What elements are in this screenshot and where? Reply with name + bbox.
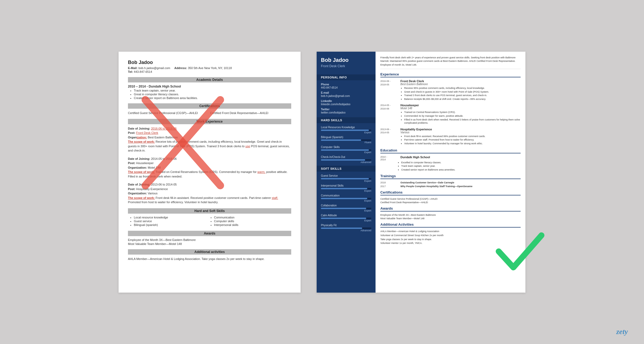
skill-name-3: Check-In/Check-Out — [321, 156, 371, 158]
activities-header: Additional activities — [128, 249, 291, 255]
skill-bar-bg-1 — [321, 139, 371, 141]
academic-header: Academic Details — [128, 77, 291, 82]
hard-skill-1: Bilingual (Spanish) Fluent — [317, 135, 376, 144]
hard-skill-3: Check-In/Check-Out Advanced — [317, 154, 376, 164]
skills-header: Hard and Soft Skills — [128, 208, 291, 214]
exp-bullet: Balance receipts $6,000–$9,000 at shift … — [404, 97, 521, 101]
exp-bullets-1: Trained on Central Reservations System (… — [404, 111, 521, 124]
soft-skill-2: Communication Expert — [317, 193, 376, 202]
work-block-3: Date of Joining: 2013-06 to 2014-05 Post… — [128, 182, 291, 205]
phone-label: Phone — [317, 82, 376, 86]
skill-name-1: Bilingual (Spanish) — [321, 136, 371, 139]
training-text-1: Why People Complain Hospitality Staff Tr… — [400, 185, 472, 188]
work-post-1: Post: Front Desk Clerk — [128, 131, 291, 135]
left-email: bob.h.jadoo@gmail.com — [138, 66, 170, 70]
cert-item-2: Certified Front Desk Representative—AHLE… — [210, 111, 291, 115]
soft-skill-level-2: Expert — [321, 199, 371, 202]
cert-header: Certifications — [128, 103, 291, 109]
work-block-2: Date of Joining: 2014-05 to 2016-06 Post… — [128, 157, 291, 179]
work-date-1: Date of Joining: 2016-06 to 2018-05 — [128, 126, 291, 131]
work-post-2: Post: Housekeeper — [128, 161, 291, 165]
training-1: 2017Why People Complain Hospitality Staf… — [380, 185, 521, 188]
soft-skill-name-2: Communication — [321, 194, 371, 197]
soft-skill-name-5: Physically Fit — [321, 224, 371, 227]
skills-list: Local resource knowledge Guest service B… — [134, 216, 291, 227]
soft-skill-bar-fill-1 — [321, 188, 367, 189]
edu-school-right: Dundalk High School — [400, 156, 430, 159]
skill-level-1: Fluent — [321, 141, 371, 144]
exp-company-1: Motel 148 — [400, 107, 521, 110]
address-label: Address: — [174, 66, 187, 70]
edu-bullets: Track team captain, senior year. Great i… — [134, 89, 291, 100]
twitter-value: twitter.com/bobjadoo — [317, 111, 376, 115]
training-year-1: 2017 — [380, 185, 398, 188]
check-mark — [493, 227, 547, 277]
exp-job-2: Hospitality Experience — [400, 128, 521, 131]
personal-info-title: Personal Info — [317, 74, 376, 80]
hard-skills-list: Local Resources Knowledge Expert Bilingu… — [317, 125, 376, 164]
work-scope-1: The scope of work: Receive lots of posit… — [128, 139, 291, 153]
edu-school: Dundalk High School — [149, 85, 181, 88]
skill-level-3: Advanced — [321, 161, 371, 164]
exp-date-2: 2013-06 - 2014-05 — [380, 128, 398, 146]
activities-block: AHLA Member—American Hotel & Lodging Ass… — [128, 257, 291, 261]
left-resume: Bob Jadoo E-Mail: bob.h.jadoo@gmail.com … — [119, 52, 301, 293]
soft-skill-bar-fill-3 — [321, 208, 366, 209]
skill-bar-fill-0 — [321, 130, 369, 131]
edu-block: 2010 - 2014 Dundalk High School Excelled… — [380, 156, 521, 172]
soft-skill-level-4: Expert — [321, 219, 371, 222]
resume-sidebar: Bob Jadoo Front Desk Clerk Personal Info… — [317, 52, 376, 293]
exp-bullet: Trained 3 front desk clerks to use POS t… — [404, 94, 521, 97]
left-name: Bob Jadoo — [128, 60, 291, 65]
exp-bullet: Filled in as front-desk clerk when neede… — [404, 118, 521, 125]
work-header: Work Experience — [128, 119, 291, 124]
work-org-3: Organization: Various — [128, 191, 291, 196]
awards-list: Employee of the Month 3X—Best Eastern Ba… — [380, 214, 521, 220]
left-address: 350 5th Ave New York, NY, 10118 — [188, 66, 232, 70]
edu-bullet-right-1: Track team captain, senior year. — [401, 164, 521, 168]
soft-skill-bar-bg-5 — [321, 228, 371, 229]
soft-skill-bar-bg-3 — [321, 208, 371, 209]
left-tel: 443-847-6514 — [134, 70, 152, 73]
exp-bullet: Volunteer in hotel laundry. Commended by… — [404, 142, 521, 145]
edu-bullets-right: Excelled in computer literacy classes.Tr… — [401, 161, 521, 172]
work-post-3: Post: Hospitality Exerperience — [128, 187, 291, 191]
exp-bullet: Commended 3x by manager for warm, positi… — [404, 114, 521, 118]
soft-skill-level-5: Advanced — [321, 229, 371, 232]
exp-company-0: Best Eastern Baltimore — [400, 83, 521, 86]
soft-skill-1: Interpersonal Skills Expert — [317, 183, 376, 192]
skill-3: Bilingual (spanish) — [134, 223, 211, 226]
exp-date-0: 2016-06 - 2018-05 — [380, 80, 398, 101]
right-name: Bob Jadoo — [317, 57, 376, 64]
phone-value: 443-847-6514 — [317, 86, 376, 90]
experience-title: Experience — [380, 72, 521, 77]
skill-5: Computer skills — [214, 220, 291, 223]
trainings-list: 2018Outstanding Customer Service—Dale Ca… — [380, 181, 521, 188]
soft-skill-bar-bg-4 — [321, 218, 371, 219]
soft-skills-title: Soft Skills — [317, 166, 376, 172]
soft-skill-level-3: Expert — [321, 209, 371, 212]
certifications-title: Certifications — [380, 190, 521, 195]
zety-logo: zety — [616, 327, 628, 336]
exp-date-1: 2014-05 - 2016-06 — [380, 104, 398, 125]
linkedin-value: linkedin.com/in/bobjadoo — [317, 103, 376, 107]
exp-bullet: Part-time caterer staff. Promoted from h… — [404, 138, 521, 142]
training-0: 2018Outstanding Customer Service—Dale Ca… — [380, 181, 521, 184]
exp-bullet: Greet and check-in guests in 300+ room h… — [404, 90, 521, 94]
exp-block-2: 2013-06 - 2014-05 Hospitality Experience… — [380, 128, 521, 146]
hard-skills-title: Hard Skills — [317, 117, 376, 123]
cert-right-0: Certified Guest Service Professional (CG… — [380, 198, 521, 200]
right-resume: Bob Jadoo Front Desk Clerk Personal Info… — [317, 52, 525, 293]
soft-skill-name-1: Interpersonal Skills — [321, 184, 371, 187]
edu-bullet-1: Track team captain, senior year. — [134, 89, 291, 92]
edu-bullet-right-0: Excelled in computer literacy classes. — [401, 161, 521, 164]
exp-bullets-2: Front desk fill-in assistant. Received 9… — [404, 135, 521, 145]
soft-skills-list: Guest Service Expert Interpersonal Skill… — [317, 173, 376, 232]
edu-bullet-3: Created senior report on Baltimore area … — [134, 96, 291, 100]
skill-6: Interpersonal skills — [214, 223, 291, 226]
email-label-right: E-mail — [317, 90, 376, 94]
award-right-0: Employee of the Month 3X—Best Eastern Ba… — [380, 214, 521, 216]
exp-block-0: 2016-06 - 2018-05 Front Desk Clerk Best … — [380, 80, 521, 101]
skill-bar-fill-1 — [321, 139, 361, 141]
email-value: bob.h.jadoo@gmail.com — [317, 94, 376, 99]
